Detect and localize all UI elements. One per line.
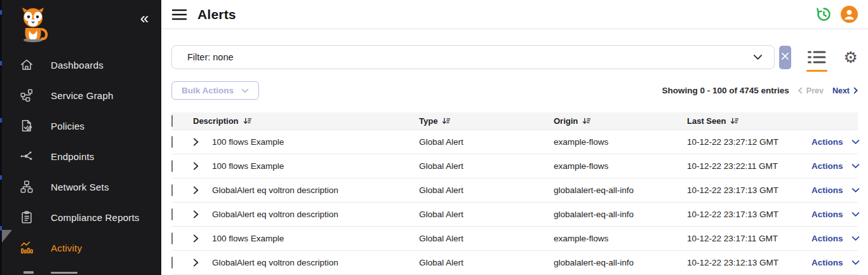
alert-origin: example-flows bbox=[554, 161, 687, 171]
sort-icon bbox=[582, 117, 591, 125]
expand-row-icon[interactable] bbox=[193, 258, 199, 267]
clear-filter-button[interactable] bbox=[779, 46, 791, 69]
sidebar-collapse-icon[interactable]: « bbox=[140, 9, 149, 28]
alert-origin: globalalert-eq-all-info bbox=[554, 185, 687, 195]
app-window: « Dashboards Service Graph Policies bbox=[0, 0, 868, 275]
bulk-actions-button[interactable]: Bulk Actions bbox=[171, 81, 259, 100]
expand-row-icon[interactable] bbox=[193, 186, 199, 194]
chevron-down-icon bbox=[753, 51, 763, 63]
sidebar-item-dashboards[interactable]: Dashboards bbox=[0, 50, 161, 80]
table-body: 100 flows Example Global Alert example-f… bbox=[171, 130, 858, 275]
row-checkbox[interactable] bbox=[171, 208, 173, 220]
page-header: Alerts bbox=[161, 0, 868, 29]
sidebar-item-compliance-reports[interactable]: Compliance Reports bbox=[0, 202, 161, 232]
sidebar-item-partial bbox=[0, 270, 161, 275]
column-header-description[interactable]: Description bbox=[193, 116, 419, 126]
sidebar-item-label: Dashboards bbox=[51, 60, 103, 70]
sidebar-item-network-sets[interactable]: Network Sets bbox=[0, 171, 161, 202]
table-row: 100 flows Example Global Alert example-f… bbox=[171, 130, 858, 154]
prev-page-button[interactable]: Prev bbox=[798, 86, 824, 95]
user-avatar[interactable] bbox=[841, 6, 858, 23]
chevron-down-icon bbox=[851, 187, 860, 193]
expand-row-icon[interactable] bbox=[193, 210, 199, 218]
row-checkbox[interactable] bbox=[171, 184, 173, 196]
row-checkbox[interactable] bbox=[171, 232, 173, 245]
activity-icon bbox=[20, 241, 34, 255]
alert-type: Global Alert bbox=[419, 210, 554, 219]
next-page-button[interactable]: Next bbox=[832, 86, 858, 95]
column-header-origin[interactable]: Origin bbox=[554, 116, 687, 126]
hamburger-menu-icon[interactable] bbox=[171, 8, 188, 21]
actions-menu-button[interactable]: Actions bbox=[811, 210, 843, 219]
sidebar-item-activity[interactable]: Activity bbox=[0, 232, 161, 263]
sidebar-item-service-graph[interactable]: Service Graph bbox=[0, 80, 161, 111]
filter-bar: Filter: none ⚙ bbox=[171, 45, 858, 69]
gear-icon[interactable]: ⚙ bbox=[844, 50, 858, 65]
close-icon bbox=[781, 52, 789, 62]
expand-row-icon[interactable] bbox=[193, 234, 199, 243]
alert-last-seen: 10-12-22 23:17:13 GMT bbox=[687, 185, 811, 195]
chevron-down-icon bbox=[851, 139, 860, 145]
row-checkbox[interactable] bbox=[171, 160, 173, 172]
actions-menu-button[interactable]: Actions bbox=[811, 137, 843, 147]
row-actions: Actions bbox=[811, 137, 861, 147]
alert-type: Global Alert bbox=[419, 185, 554, 195]
alert-last-seen: 10-12-22 23:22:11 GMT bbox=[687, 161, 811, 171]
sidebar-item-endpoints[interactable]: Endpoints bbox=[0, 141, 161, 171]
alert-type: Global Alert bbox=[419, 234, 554, 243]
page-title: Alerts bbox=[197, 7, 815, 22]
row-actions: Actions bbox=[811, 258, 861, 267]
chevron-right-icon bbox=[853, 87, 858, 94]
column-label: Description bbox=[193, 116, 239, 126]
row-checkbox[interactable] bbox=[171, 257, 173, 269]
sidebar-item-label: Policies bbox=[51, 121, 84, 131]
column-header-type[interactable]: Type bbox=[419, 116, 554, 126]
sort-icon bbox=[730, 117, 738, 125]
column-header-last-seen[interactable]: Last Seen bbox=[687, 116, 811, 126]
table-row: GlobalAlert eq voltron description Globa… bbox=[171, 203, 858, 227]
history-icon[interactable] bbox=[815, 6, 832, 23]
chevron-down-icon bbox=[851, 260, 860, 265]
sidebar-item-label: Compliance Reports bbox=[51, 212, 140, 223]
chevron-down-icon bbox=[241, 88, 249, 93]
sidebar-item-policies[interactable]: Policies bbox=[0, 111, 161, 141]
alert-type: Global Alert bbox=[419, 137, 554, 147]
actions-menu-button[interactable]: Actions bbox=[811, 234, 843, 243]
sidebar-item-label: Endpoints bbox=[51, 151, 95, 162]
alert-origin: globalalert-eq-all-info bbox=[554, 210, 687, 219]
actions-menu-button[interactable]: Actions bbox=[811, 185, 843, 195]
main-content: Alerts bbox=[161, 0, 868, 275]
sidebar-item-label: Service Graph bbox=[51, 90, 113, 101]
table-row: GlobalAlert eq voltron description Globa… bbox=[171, 178, 858, 203]
alert-description: GlobalAlert eq voltron description bbox=[212, 185, 338, 195]
policies-icon bbox=[20, 119, 34, 133]
filter-dropdown[interactable]: Filter: none bbox=[171, 45, 775, 69]
next-label: Next bbox=[832, 86, 850, 95]
list-view-icon[interactable] bbox=[806, 46, 827, 68]
filter-value: Filter: none bbox=[187, 52, 753, 62]
select-all-checkbox[interactable] bbox=[171, 115, 173, 127]
corner-fold-decoration bbox=[2, 230, 12, 243]
alert-last-seen: 10-12-22 23:17:11 GMT bbox=[687, 234, 811, 243]
chevron-down-icon bbox=[851, 163, 860, 169]
alert-origin: example-flows bbox=[554, 234, 687, 243]
alert-description: 100 flows Example bbox=[212, 234, 284, 243]
alert-description: 100 flows Example bbox=[212, 137, 284, 147]
alert-last-seen: 10-12-22 23:27:12 GMT bbox=[687, 137, 811, 147]
sort-icon bbox=[442, 117, 450, 125]
expand-row-icon[interactable] bbox=[193, 162, 199, 170]
actions-menu-button[interactable]: Actions bbox=[811, 161, 843, 171]
row-actions: Actions bbox=[811, 185, 861, 195]
sidebar-nav: Dashboards Service Graph Policies Endpoi… bbox=[0, 44, 161, 263]
actions-menu-button[interactable]: Actions bbox=[811, 258, 843, 267]
row-checkbox[interactable] bbox=[171, 136, 173, 148]
active-view-indicator bbox=[806, 70, 827, 72]
row-actions: Actions bbox=[811, 234, 861, 243]
alert-description: GlobalAlert eq voltron description bbox=[212, 210, 338, 219]
endpoints-icon bbox=[20, 149, 34, 163]
expand-row-icon[interactable] bbox=[193, 138, 199, 146]
prev-label: Prev bbox=[806, 86, 824, 95]
alert-type: Global Alert bbox=[419, 161, 554, 171]
table-row: 100 flows Example Global Alert example-f… bbox=[171, 227, 858, 251]
alerts-table: Description Type Origin Last Seen bbox=[171, 112, 858, 275]
